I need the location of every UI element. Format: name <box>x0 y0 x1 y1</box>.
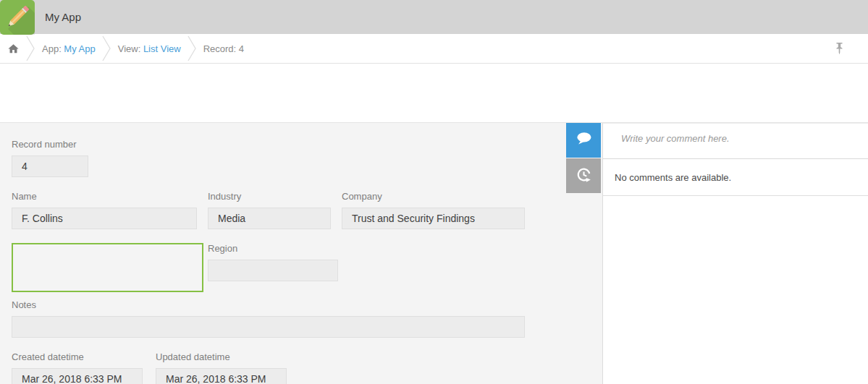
selected-space-element[interactable] <box>12 243 203 292</box>
field-label: Company <box>342 192 525 202</box>
breadcrumb-chevron-icon <box>26 35 35 62</box>
field-label: Name <box>12 192 197 202</box>
breadcrumb-view: View: List View <box>118 43 181 54</box>
app-header: My App <box>0 0 868 34</box>
field-record-number: Record number 4 <box>12 140 88 177</box>
side-tabs <box>566 123 601 193</box>
home-icon[interactable] <box>7 43 20 55</box>
app-pencil-icon[interactable] <box>0 0 35 35</box>
field-value <box>208 260 338 281</box>
record-toolbar <box>0 64 868 122</box>
breadcrumb-view-prefix: View: <box>118 43 143 54</box>
breadcrumb-chevron-icon <box>187 35 197 62</box>
breadcrumb-app-link[interactable]: My App <box>64 43 95 54</box>
comments-empty-message: No comments are available. <box>603 159 868 196</box>
comment-input[interactable]: Write your comment here. <box>603 123 868 159</box>
comment-panel: Write your comment here. No comments are… <box>602 123 868 384</box>
tab-history[interactable] <box>566 158 601 193</box>
breadcrumb-record: Record: 4 <box>203 43 244 54</box>
comment-bubble-icon <box>575 130 593 150</box>
field-updated-datetime: Updated datetime Mar 26, 2018 6:33 PM <box>156 352 287 384</box>
field-value <box>12 316 525 338</box>
field-value: 4 <box>12 155 88 177</box>
field-label: Updated datetime <box>156 352 287 362</box>
breadcrumb-app-prefix: App: <box>42 43 64 54</box>
pin-icon[interactable] <box>835 42 844 58</box>
breadcrumb-view-link[interactable]: List View <box>143 43 181 54</box>
field-notes: Notes <box>12 300 525 338</box>
field-value: Media <box>208 208 331 229</box>
field-value: Trust and Security Findings <box>342 208 525 229</box>
field-name: Name F. Collins <box>12 192 197 229</box>
field-created-datetime: Created datetime Mar 26, 2018 6:33 PM <box>12 352 143 384</box>
field-company: Company Trust and Security Findings <box>342 192 525 229</box>
breadcrumb-chevron-icon <box>102 35 111 62</box>
field-label: Notes <box>12 300 525 310</box>
field-label: Region <box>208 244 338 254</box>
field-value: Mar 26, 2018 6:33 PM <box>12 368 143 384</box>
field-value: Mar 26, 2018 6:33 PM <box>156 368 287 384</box>
breadcrumb-app: App: My App <box>42 43 96 54</box>
record-detail-page: My App App: My App View: List View Recor… <box>0 0 868 384</box>
field-label: Created datetime <box>12 352 143 362</box>
breadcrumb: App: My App View: List View Record: 4 <box>0 34 868 64</box>
app-title[interactable]: My App <box>45 0 81 34</box>
tab-comments[interactable] <box>566 123 601 158</box>
history-clock-icon <box>575 166 593 187</box>
field-label: Record number <box>12 140 88 150</box>
field-value: F. Collins <box>12 208 197 229</box>
record-content: Record number 4 Name F. Collins Industry… <box>0 122 868 384</box>
field-region: Region <box>208 244 338 281</box>
field-industry: Industry Media <box>208 192 331 229</box>
field-label: Industry <box>208 192 331 202</box>
